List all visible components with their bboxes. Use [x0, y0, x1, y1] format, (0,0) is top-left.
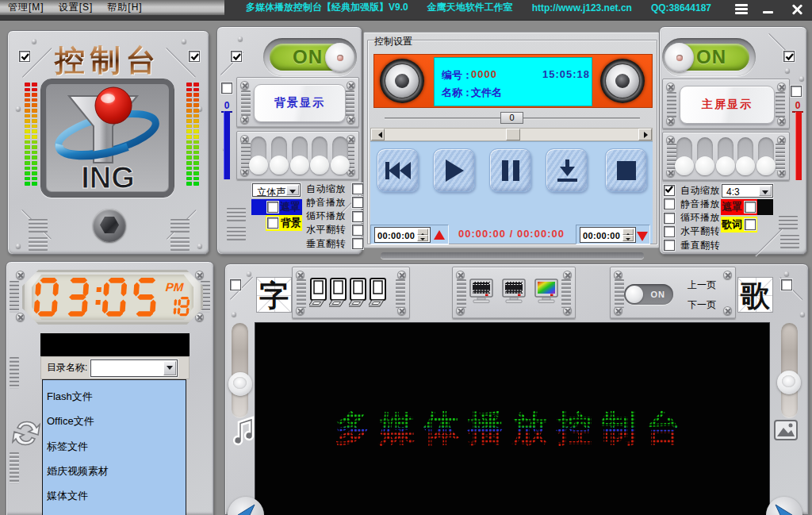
stop-button[interactable] [605, 148, 647, 192]
option-checkbox[interactable] [352, 183, 363, 194]
left-power-knob[interactable] [325, 43, 354, 72]
load-button[interactable] [546, 148, 588, 192]
right-volume-checkbox[interactable] [791, 86, 802, 97]
next-media-button[interactable] [766, 497, 802, 515]
spin-down-icon[interactable] [622, 235, 634, 241]
left-power-switch[interactable]: ON [263, 38, 357, 76]
eq-slider-5[interactable] [758, 137, 774, 175]
rocker-switch-1[interactable] [309, 278, 327, 309]
eq-slider-5[interactable] [332, 136, 348, 175]
music-note-icon[interactable] [231, 416, 256, 449]
console-right-checkbox[interactable] [189, 51, 200, 62]
left-rail-slider[interactable] [232, 323, 248, 418]
menu-item-0[interactable]: 管理[M] [8, 1, 44, 14]
left-volume-slider[interactable] [224, 111, 230, 179]
prev-page-button[interactable]: 上一页 [688, 279, 716, 292]
list-item-4[interactable]: 媒体文件 [43, 479, 186, 504]
next-page-button[interactable]: 下一页 [688, 298, 716, 312]
window-menu-button[interactable] [733, 3, 749, 16]
close-button[interactable] [790, 3, 806, 16]
background-display-button[interactable]: 背景显示 [254, 84, 346, 122]
rocker-switch-4[interactable] [369, 278, 386, 309]
slider-knob[interactable] [695, 156, 714, 175]
left-volume-checkbox[interactable] [221, 83, 232, 94]
right-volume-slider[interactable] [795, 112, 802, 180]
menu-item-1[interactable]: 设置[S] [59, 1, 94, 14]
right-rail-knob[interactable] [777, 371, 801, 394]
right-panel-checkbox[interactable] [783, 51, 795, 62]
eq-slider-2[interactable] [697, 137, 713, 175]
text-mode-box[interactable]: 字 [256, 277, 292, 313]
console-left-checkbox[interactable] [19, 51, 30, 62]
slider-knob[interactable] [716, 156, 735, 175]
refresh-icon[interactable] [12, 416, 40, 451]
right-power-switch[interactable]: ON [662, 38, 756, 76]
scroll-left-arrow[interactable] [371, 129, 385, 140]
lyrics-checkbox[interactable] [745, 219, 756, 230]
list-item-2[interactable]: 标签文件 [43, 430, 186, 455]
mask-color-swatch[interactable] [757, 199, 773, 215]
play-button[interactable] [433, 148, 475, 192]
picture-icon[interactable] [772, 417, 799, 444]
bolt-button[interactable] [93, 209, 126, 242]
option-checkbox[interactable] [664, 185, 675, 196]
display-right-checkbox[interactable] [781, 279, 792, 290]
right-power-knob[interactable] [665, 43, 694, 72]
slider-knob[interactable] [675, 156, 694, 175]
previous-button[interactable] [377, 148, 419, 192]
rocker-switch-2[interactable] [329, 278, 347, 309]
scrollbar[interactable] [370, 128, 653, 141]
scrollbar-thumb[interactable] [506, 129, 520, 140]
option-checkbox[interactable] [664, 240, 675, 251]
slider-knob[interactable] [310, 156, 329, 175]
mark-end-icon[interactable] [637, 232, 648, 241]
slider-knob[interactable] [270, 156, 289, 175]
monitor-icon-rainbow[interactable] [534, 278, 559, 306]
menu-item-2[interactable]: 帮助[H] [107, 1, 142, 14]
song-mode-box[interactable]: 歌 [737, 277, 773, 313]
eq-slider-4[interactable] [312, 136, 327, 175]
pause-button[interactable] [489, 148, 531, 192]
eq-slider-1[interactable] [251, 136, 266, 175]
scroll-right-arrow[interactable] [638, 129, 652, 140]
dropdown-arrow-icon[interactable] [286, 185, 299, 195]
end-time-spinner[interactable]: 00:00:00 [580, 227, 636, 243]
option-checkbox[interactable] [664, 198, 675, 209]
slider-knob[interactable] [756, 156, 776, 175]
left-panel-checkbox[interactable] [231, 51, 242, 62]
spin-up-icon[interactable] [622, 229, 634, 235]
option-checkbox[interactable] [664, 213, 675, 224]
monitor-icon-film[interactable] [469, 278, 494, 306]
list-item-1[interactable]: Office文件 [43, 405, 186, 429]
page-toggle-switch[interactable]: ON [624, 284, 673, 305]
directory-select[interactable] [90, 359, 178, 377]
seek-slider-thumb[interactable]: 0 [500, 112, 523, 124]
eq-slider-4[interactable] [737, 137, 753, 175]
eq-slider-3[interactable] [718, 137, 733, 175]
mask-checkbox[interactable] [745, 202, 756, 213]
audio-mode-select[interactable]: 立体声 [252, 183, 301, 197]
option-checkbox[interactable] [664, 226, 675, 237]
main-display-button[interactable]: 主屏显示 [680, 86, 775, 124]
slider-knob[interactable] [290, 156, 309, 175]
slider-knob[interactable] [331, 156, 350, 175]
monitor-icon-film[interactable] [501, 278, 527, 306]
display-left-checkbox[interactable] [230, 279, 241, 290]
option-checkbox[interactable] [352, 197, 363, 208]
background-checkbox[interactable] [267, 217, 278, 229]
dropdown-arrow-icon[interactable] [759, 186, 772, 196]
dropdown-arrow-icon[interactable] [163, 361, 176, 375]
toggle-knob[interactable] [626, 286, 643, 303]
left-rail-knob[interactable] [228, 372, 252, 396]
option-checkbox[interactable] [352, 225, 363, 236]
mask-checkbox[interactable] [267, 202, 278, 213]
minimize-button[interactable] [760, 3, 776, 16]
eq-slider-1[interactable] [676, 137, 692, 175]
slider-knob[interactable] [249, 156, 268, 175]
option-checkbox[interactable] [352, 211, 363, 222]
list-item-0[interactable]: Flash文件 [43, 380, 186, 405]
directory-list[interactable]: Flash文件Office文件标签文件婚庆视频素材媒体文件 [42, 379, 186, 515]
rocker-switch-3[interactable] [349, 278, 366, 309]
aspect-ratio-select[interactable]: 4:3 [722, 184, 773, 198]
slider-knob[interactable] [736, 156, 755, 175]
